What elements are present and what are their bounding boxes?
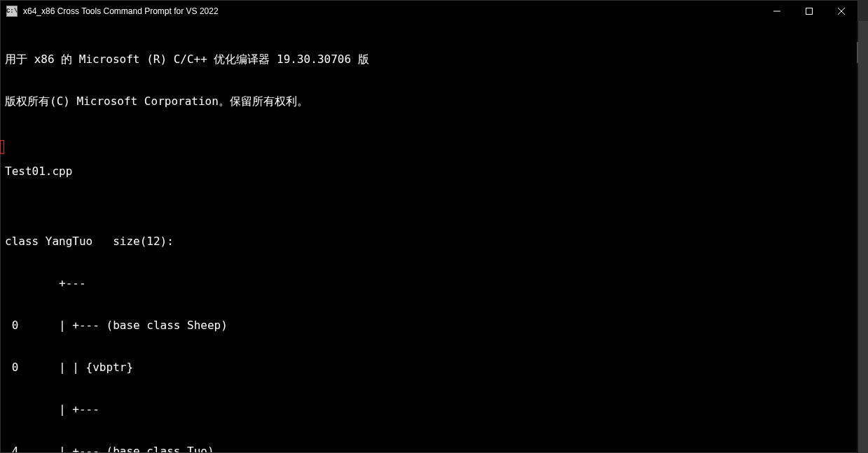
window-controls (761, 1, 857, 22)
terminal-line: 版权所有(C) Microsoft Corporation。保留所有权利。 (5, 95, 853, 109)
terminal-output[interactable]: 用于 x86 的 Microsoft (R) C/C++ 优化编译器 19.30… (1, 22, 857, 452)
left-edge-marker (0, 140, 4, 154)
terminal-line: 4 | +--- (base class Tuo) (5, 445, 853, 452)
window-title: x64_x86 Cross Tools Command Prompt for V… (23, 6, 761, 16)
terminal-line: class YangTuo size(12): (5, 235, 853, 249)
terminal-line: +--- (5, 277, 853, 291)
terminal-line: Test01.cpp (5, 165, 853, 179)
app-icon: C:\ (6, 6, 18, 17)
terminal-line: 用于 x86 的 Microsoft (R) C/C++ 优化编译器 19.30… (5, 53, 853, 67)
terminal-line: 0 | +--- (base class Sheep) (5, 319, 853, 333)
terminal-window: C:\ x64_x86 Cross Tools Command Prompt f… (0, 0, 858, 453)
right-edge-panel (858, 21, 868, 453)
minimize-button[interactable] (761, 1, 793, 22)
terminal-line: | +--- (5, 403, 853, 417)
terminal-line: 0 | | {vbptr} (5, 361, 853, 375)
maximize-button[interactable] (793, 1, 825, 22)
titlebar[interactable]: C:\ x64_x86 Cross Tools Command Prompt f… (1, 1, 857, 22)
svg-rect-1 (806, 8, 813, 15)
close-button[interactable] (825, 1, 857, 22)
